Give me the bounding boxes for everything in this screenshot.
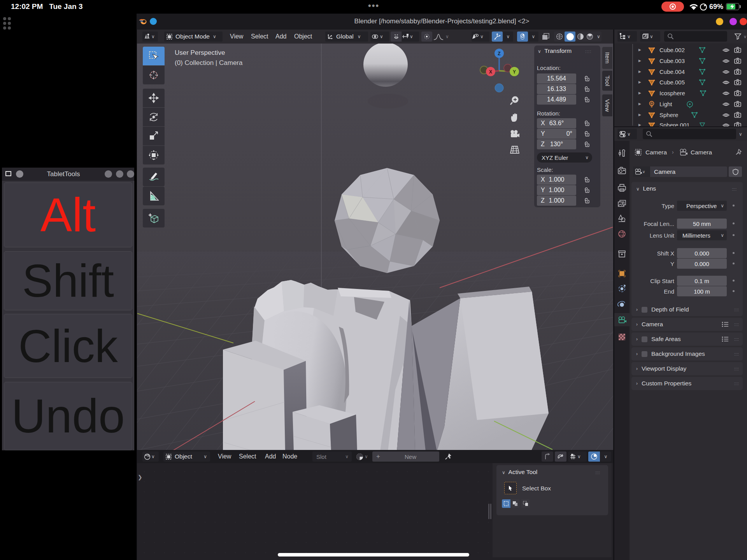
svg-text:Y: Y [513,69,516,75]
svg-text:Z: Z [498,51,500,56]
svg-text:X: X [489,69,492,75]
